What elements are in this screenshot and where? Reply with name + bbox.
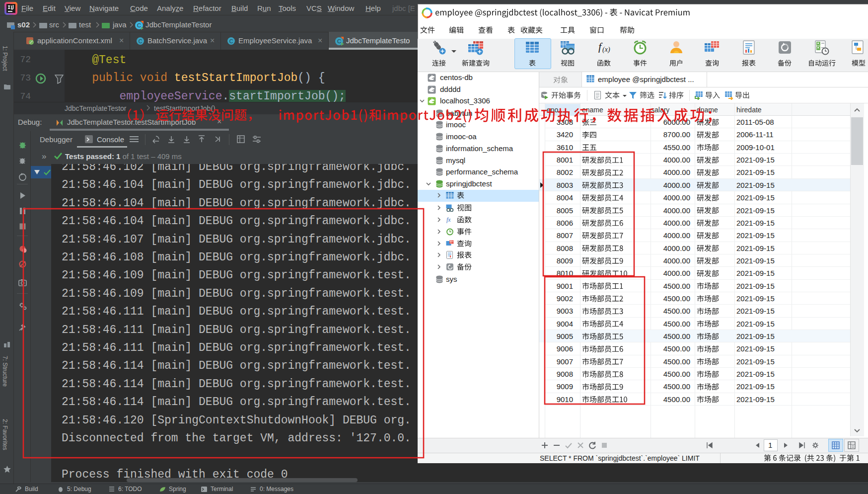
svg-text:fx: fx [446,216,451,223]
svg-text:C: C [137,22,141,28]
svg-text:C: C [139,38,143,44]
svg-text:(x): (x) [602,46,610,54]
svg-text:C: C [337,38,341,44]
svg-text:C: C [229,38,233,44]
